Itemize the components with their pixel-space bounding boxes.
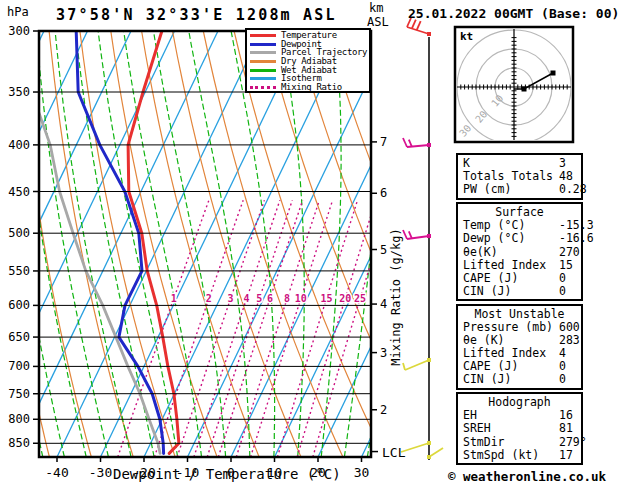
svg-text:4: 4: [380, 297, 387, 311]
stat-value: 15: [559, 259, 573, 272]
stat-value: 0: [559, 285, 566, 298]
svg-text:25: 25: [354, 293, 366, 304]
svg-text:2: 2: [380, 403, 387, 417]
svg-text:2: 2: [206, 293, 212, 304]
stat-label: CIN (J): [463, 372, 511, 386]
station-title: 37°58'N 32°33'E 1208m ASL: [56, 6, 337, 24]
stat-label: Totals Totals: [463, 169, 553, 183]
stat-label: CIN (J): [463, 284, 511, 298]
stat-row-stmspd: StmSpd (kt)17: [463, 449, 581, 462]
copyright: © weatheronline.co.uk: [448, 469, 606, 484]
parcel-line-swatch: [250, 51, 276, 54]
stat-label: EH: [463, 408, 477, 422]
svg-text:3: 3: [228, 293, 234, 304]
temp-axis-title: Dewpoint / Temperature (°C): [113, 466, 341, 482]
altitude-axis-unit-km: km: [369, 1, 383, 15]
svg-text:-40: -40: [45, 465, 68, 480]
stat-label: θe (K): [463, 333, 505, 347]
svg-text:850: 850: [8, 436, 30, 450]
stat-label: Pressure (mb): [463, 320, 553, 334]
pressure-axis-unit: hPa: [7, 5, 29, 19]
stat-label: StmSpd (kt): [463, 448, 539, 462]
stat-value: 270: [559, 246, 580, 259]
mixing-ratio-line-swatch: [250, 86, 276, 89]
stat-label: θe(K): [463, 245, 498, 259]
wet-adiabat-line-swatch: [250, 69, 276, 72]
svg-text:3: 3: [380, 346, 387, 360]
surface-box: Surface Temp (°C)-15.3 Dewp (°C)-16.6 θe…: [456, 202, 583, 301]
most-unstable-box: Most Unstable Pressure (mb)600 θe (K)283…: [456, 304, 583, 390]
wind-barb-icon: [403, 358, 431, 370]
skewt-screenshot: 1234568101520253003504004505005506006507…: [0, 0, 629, 486]
stat-value: 17: [559, 449, 573, 462]
svg-text:350: 350: [8, 85, 30, 99]
stat-row-pw: PW (cm)0.28: [463, 183, 581, 196]
stat-value: 0: [559, 373, 566, 386]
hodograph-trace-marker: [522, 87, 527, 92]
stat-label: CAPE (J): [463, 271, 518, 285]
hodograph-unit-label: kt: [460, 30, 473, 43]
stat-label: CAPE (J): [463, 359, 518, 373]
hodograph-trace-marker: [551, 71, 556, 76]
stat-value: 0.28: [559, 183, 587, 196]
dry-adiabat-line-swatch: [250, 60, 276, 63]
dewpoint-line-swatch: [250, 43, 276, 46]
svg-text:15: 15: [320, 293, 332, 304]
svg-text:300: 300: [8, 24, 30, 38]
svg-text:750: 750: [8, 387, 30, 401]
svg-text:600: 600: [8, 298, 30, 312]
isotherm-line-swatch: [250, 77, 276, 80]
altitude-axis-unit-asl: ASL: [367, 15, 389, 29]
wind-barb-icon: [403, 138, 431, 147]
stat-value: 279°: [559, 436, 587, 449]
mixing-ratio-axis-title: Mixing Ratio (g/kg): [389, 228, 403, 365]
stat-label: Temp (°C): [463, 218, 525, 232]
pressure-tick-labels: 300350400450500550600650700750800850: [8, 24, 39, 450]
stat-row-surface-cin: CIN (J)0: [463, 285, 581, 298]
svg-text:4: 4: [244, 293, 250, 304]
wind-barb-icon: [401, 441, 431, 452]
stat-row-mu-cin: CIN (J)0: [463, 373, 581, 386]
svg-text:8: 8: [284, 293, 290, 304]
stat-label: K: [463, 156, 470, 170]
svg-text:10: 10: [295, 293, 307, 304]
svg-text:800: 800: [8, 412, 30, 426]
svg-text:5: 5: [380, 243, 387, 257]
temperature-line-swatch: [250, 34, 276, 37]
svg-text:-30: -30: [89, 465, 112, 480]
run-datetime: 25.01.2022 00GMT (Base: 00): [408, 6, 619, 21]
stat-value: 81: [559, 422, 573, 435]
stat-label: PW (cm): [463, 182, 511, 196]
svg-text:30: 30: [354, 465, 370, 480]
svg-text:650: 650: [8, 330, 30, 344]
svg-text:700: 700: [8, 359, 30, 373]
indices-box: K3 Totals Totals48 PW (cm)0.28: [456, 153, 583, 200]
lcl-label: LCL: [382, 445, 405, 460]
stat-label: StmDir: [463, 435, 505, 449]
hodograph-stats-box: Hodograph EH16 SREH81 StmDir279° StmSpd …: [456, 392, 583, 465]
legend-label: Mixing Ratio: [281, 82, 342, 92]
svg-text:400: 400: [8, 138, 30, 152]
hodograph: 102030: [455, 27, 573, 144]
km-tick-labels: 765432: [371, 135, 387, 452]
wind-barb-icon: [403, 230, 431, 239]
stat-label: Dewp (°C): [463, 231, 525, 245]
stat-label: SREH: [463, 421, 491, 435]
mixing-ratio-labels: 123456810152025: [171, 293, 366, 304]
legend: Temperature Dewpoint Parcel Trajectory D…: [245, 28, 371, 93]
svg-text:550: 550: [8, 264, 30, 278]
stat-value: 600: [559, 321, 580, 334]
legend-item-mixing-ratio: Mixing Ratio: [250, 83, 369, 92]
svg-text:7: 7: [380, 135, 387, 149]
stat-label: Lifted Index: [463, 346, 546, 360]
stat-value: -16.6: [559, 232, 594, 245]
svg-text:1: 1: [171, 293, 177, 304]
svg-text:6: 6: [267, 293, 273, 304]
svg-text:5: 5: [256, 293, 262, 304]
wind-barb-column: [401, 18, 443, 460]
stat-label: Lifted Index: [463, 258, 546, 272]
svg-text:500: 500: [8, 226, 30, 240]
svg-text:20: 20: [339, 293, 351, 304]
svg-text:6: 6: [380, 186, 387, 200]
svg-text:450: 450: [8, 185, 30, 199]
